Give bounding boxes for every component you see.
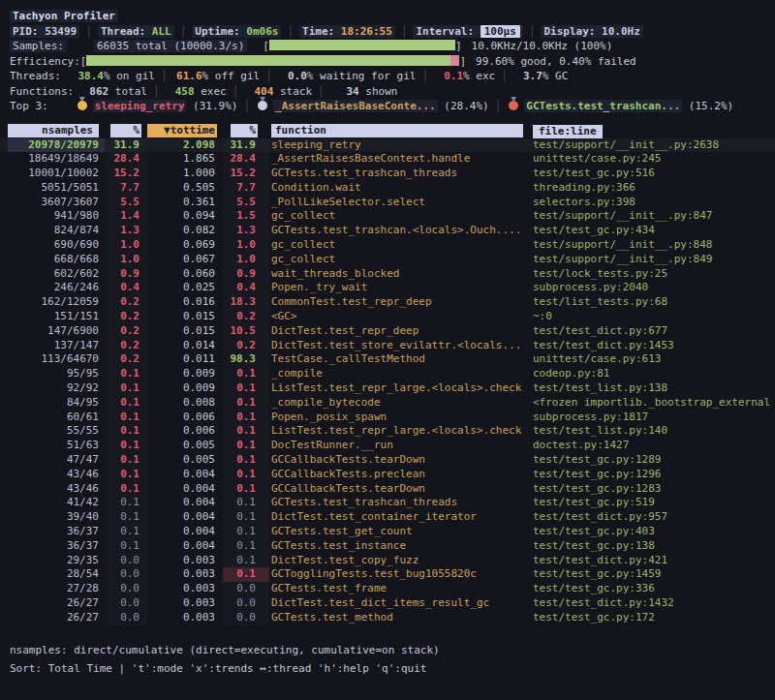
table-row[interactable]: 668/668 1.0 0.067 1.0 gc_collect test/su…	[0, 253, 775, 267]
cell-function: DictTest.test_repr_deep	[269, 324, 523, 339]
cell-function: GCTogglingTests.test_bug1055820c	[269, 567, 523, 582]
cell-cumulative-pct: 0.1	[223, 439, 269, 453]
info-value: 0m06s	[246, 25, 278, 38]
cell-nsamples: 26/27	[8, 611, 105, 625]
cell-cumulative-pct: 0.0	[223, 582, 269, 596]
table-row[interactable]: 27/28 0.0 0.003 0.0 GCTests.test_frame t…	[0, 582, 775, 596]
cell-tottime: 0.003	[147, 582, 223, 596]
column-header-tottime-sorted[interactable]: ▼tottime	[147, 124, 223, 138]
top3-entry[interactable]: GCTests.test_trashcan... (15.2%)│	[507, 100, 733, 112]
cell-cumulative-pct: 0.1	[223, 424, 269, 439]
table-row[interactable]: 43/46 0.1 0.004 0.1 GCCallbackTests.prec…	[0, 468, 775, 482]
table-row[interactable]: 51/63 0.1 0.005 0.1 DocTestRunner.__run …	[0, 439, 775, 453]
cell-file-line: threading.py:366	[523, 181, 775, 196]
info-chip: Uptime: 0m06s	[192, 25, 281, 38]
cell-tottime: 0.069	[147, 238, 223, 253]
cell-file-line: test/test_gc.py:516	[523, 167, 775, 181]
stat-segment: 0.0% waiting for gil│	[278, 70, 434, 82]
cell-tottime: 0.005	[147, 453, 223, 468]
samples-bar-close: ]	[455, 40, 462, 52]
column-header-file-line[interactable]: file:line	[523, 124, 775, 138]
cell-cumulative-pct: 0.1	[223, 411, 269, 425]
cell-tottime: 0.016	[147, 295, 223, 310]
segment-divider: │	[161, 70, 168, 82]
cell-cumulative-pct: 0.1	[223, 367, 269, 381]
table-row[interactable]: 28/54 0.0 0.003 0.1 GCTogglingTests.test…	[0, 567, 775, 582]
cell-function: ListTest.test_repr_large.<locals>.check	[269, 424, 523, 439]
column-header-function[interactable]: function	[269, 124, 523, 138]
table-row[interactable]: 137/147 0.2 0.014 0.2 DictTest.test_stor…	[0, 339, 775, 353]
top3-percent: (31.9%)	[193, 100, 237, 112]
efficiency-summary: 99.60% good, 0.40% failed	[476, 55, 636, 68]
info-label: PID:	[13, 25, 39, 38]
stat-suffix: % exc	[463, 70, 495, 82]
table-row[interactable]: 20978/20979 31.9 2.098 31.9 sleeping_ret…	[0, 138, 775, 153]
table-row[interactable]: 36/37 0.1 0.004 0.1 GCTests.test_instanc…	[0, 539, 775, 554]
table-row[interactable]: 92/92 0.1 0.009 0.1 ListTest.test_repr_l…	[0, 381, 775, 396]
segment-divider: │	[232, 85, 239, 98]
table-row[interactable]: 36/37 0.1 0.004 0.1 GCTests.test_get_cou…	[0, 525, 775, 539]
cell-function: GCTests.test_trashcan_threads	[269, 496, 523, 510]
stat-value: 0.0	[278, 69, 307, 84]
info-label: Thread:	[101, 25, 145, 38]
cell-nsamples: 47/47	[8, 453, 105, 468]
table-row[interactable]: 151/151 0.2 0.015 0.2 <GC> ~:0	[0, 310, 775, 324]
column-header-nsamples[interactable]: nsamples	[8, 124, 105, 138]
cell-nsamples: 10001/10002	[8, 167, 105, 181]
table-row[interactable]: 162/12059 0.2 0.016 18.3 CommonTest.test…	[0, 295, 775, 310]
top3-label: Top 3:	[10, 100, 48, 112]
table-row[interactable]: 18649/18649 28.4 1.865 28.4 _AssertRaise…	[0, 152, 775, 167]
table-row[interactable]: 113/64670 0.2 0.011 98.3 TestCase._callT…	[0, 352, 775, 367]
table-row[interactable]: 47/47 0.1 0.005 0.1 GCCallbackTests.tear…	[0, 453, 775, 468]
table-row[interactable]: 95/95 0.1 0.009 0.1 _compile codeop.py:8…	[0, 367, 775, 381]
segment-divider: │	[501, 70, 508, 82]
table-row[interactable]: 10001/10002 15.2 1.000 15.2 GCTests.test…	[0, 167, 775, 181]
top3-line: Top 3:sleeping_retry (31.9%)│_AssertRais…	[10, 99, 775, 114]
cell-nsamples: 602/602	[8, 267, 105, 282]
cell-nsamples: 18649/18649	[8, 152, 105, 167]
cell-nsamples: 95/95	[8, 367, 105, 381]
stat-segment: 458 exec│	[166, 85, 245, 98]
table-row[interactable]: 5051/5051 7.7 0.505 7.7 Condition.wait t…	[0, 181, 775, 196]
table-row[interactable]: 3607/3607 5.5 0.361 5.5 _PollLikeSelecto…	[0, 196, 775, 210]
table-row[interactable]: 246/246 0.4 0.025 0.4 Popen._try_wait su…	[0, 281, 775, 295]
top3-entries: sleeping_retry (31.9%)│_AssertRaisesBase…	[76, 100, 733, 112]
table-row[interactable]: 39/40 0.1 0.004 0.1 DictTest.test_contai…	[0, 510, 775, 525]
table-row[interactable]: 941/980 1.4 0.094 1.5 gc_collect test/su…	[0, 209, 775, 224]
cell-file-line: test/test_gc.py:519	[523, 496, 775, 510]
table-row[interactable]: 690/690 1.0 0.069 1.0 gc_collect test/su…	[0, 238, 775, 253]
column-header-cumulative-pct[interactable]: %	[223, 124, 269, 138]
cell-direct-pct: 0.1	[105, 396, 147, 411]
cell-tottime: 0.009	[147, 381, 223, 396]
cell-function: GCCallbackTests.tearDown	[269, 482, 523, 497]
stat-suffix: % GC	[542, 70, 569, 82]
table-row[interactable]: 26/27 0.0 0.003 0.0 DictTest.test_dict_i…	[0, 596, 775, 611]
cell-file-line: test/test_gc.py:1459	[523, 567, 775, 582]
cell-direct-pct: 28.4	[105, 152, 147, 167]
samples-rate-bar	[269, 40, 455, 50]
cell-file-line: test/test_gc.py:1296	[523, 468, 775, 482]
table-row[interactable]: 84/95 0.1 0.008 0.1 _compile_bytecode <f…	[0, 396, 775, 411]
table-row[interactable]: 43/46 0.1 0.004 0.1 GCCallbackTests.tear…	[0, 482, 775, 497]
table-row[interactable]: 602/602 0.9 0.060 0.9 wait_threads_block…	[0, 267, 775, 282]
cell-function: gc_collect	[269, 253, 523, 267]
cell-direct-pct: 0.2	[105, 324, 147, 339]
table-row[interactable]: 41/42 0.1 0.004 0.1 GCTests.test_trashca…	[0, 496, 775, 510]
cell-direct-pct: 15.2	[105, 167, 147, 181]
table-row[interactable]: 147/6900 0.2 0.015 10.5 DictTest.test_re…	[0, 324, 775, 339]
cell-tottime: 0.005	[147, 439, 223, 453]
top3-entry[interactable]: sleeping_retry (31.9%)│	[76, 100, 256, 112]
column-header-direct-pct[interactable]: %	[105, 124, 147, 138]
stat-suffix: shown	[359, 85, 398, 98]
top3-entry[interactable]: _AssertRaisesBaseConte... (28.4%)│	[256, 100, 507, 112]
table-row[interactable]: 26/27 0.0 0.003 0.0 GCTests.test_method …	[0, 611, 775, 625]
table-row[interactable]: 55/55 0.1 0.006 0.1 ListTest.test_repr_l…	[0, 424, 775, 439]
medal-icon	[258, 101, 267, 110]
table-row[interactable]: 29/35 0.0 0.003 0.1 DictTest.test_copy_f…	[0, 554, 775, 568]
info-label: Display:	[543, 25, 595, 38]
stat-suffix: stack	[273, 85, 312, 98]
cell-function: DictTest.test_container_iterator	[269, 510, 523, 525]
table-row[interactable]: 824/874 1.3 0.082 1.3 GCTests.test_trash…	[0, 224, 775, 238]
table-row[interactable]: 60/61 0.1 0.006 0.1 Popen._posix_spawn s…	[0, 411, 775, 425]
stat-value: 38.4	[75, 69, 104, 84]
